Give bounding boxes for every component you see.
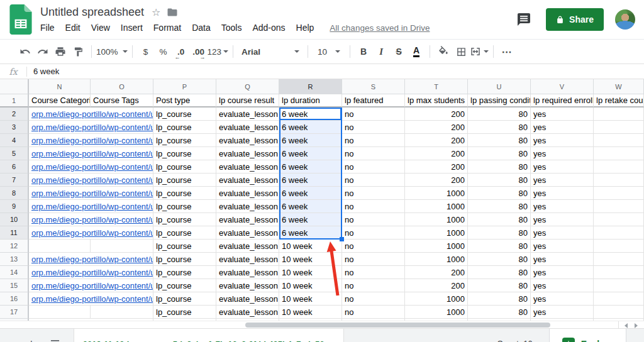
cell-S10[interactable]: no (342, 213, 405, 226)
cell-T13[interactable]: 1000 (405, 253, 468, 266)
cell-T12[interactable]: 1000 (405, 240, 468, 253)
row-header-15[interactable]: 15 (0, 279, 29, 292)
cell-P9[interactable]: lp_course (153, 200, 216, 213)
cell-link-N13[interactable]: orp.me/diego-portillo/wp-content/up (29, 253, 153, 266)
cell-V11[interactable]: yes (531, 226, 594, 240)
column-header-S[interactable]: S (342, 79, 405, 94)
row-header-16[interactable]: 16 (0, 292, 29, 306)
column-header-U[interactable]: U (468, 79, 531, 94)
strikethrough-button[interactable]: S (390, 43, 408, 60)
sheets-logo-icon[interactable] (9, 4, 33, 35)
cell-U14[interactable]: 80 (468, 266, 531, 279)
row-header-13[interactable]: 13 (0, 253, 29, 266)
grid-corner[interactable] (0, 79, 29, 94)
column-header-V[interactable]: V (531, 79, 594, 94)
row-header-8[interactable]: 8 (0, 187, 29, 200)
star-icon[interactable]: ☆ (152, 6, 160, 18)
cell-W2[interactable] (594, 108, 644, 121)
cell-link-N7[interactable]: orp.me/diego-portillo/wp-content/up (29, 174, 153, 187)
bold-button[interactable]: B (355, 43, 372, 60)
formula-input[interactable]: 6 week (27, 67, 59, 76)
cell-header-V[interactable]: lp required enroll (531, 94, 594, 108)
cell-header-W[interactable]: lp retake cour (594, 94, 644, 108)
cell-P3[interactable]: lp_course (153, 121, 216, 134)
menu-view[interactable]: View (91, 23, 110, 33)
cell-S16[interactable]: no (342, 292, 405, 306)
format-currency-button[interactable]: $ (137, 43, 155, 60)
scrollbar-thumb[interactable] (245, 323, 550, 328)
cell-header-T[interactable]: lp max students (405, 94, 468, 108)
cell-U6[interactable]: 80 (468, 160, 531, 174)
cell-T10[interactable]: 1000 (405, 213, 468, 226)
cell-W10[interactable] (594, 213, 644, 226)
more-formats-button[interactable]: 123 (208, 43, 229, 60)
cell-V16[interactable]: yes (531, 292, 594, 306)
cell-Q14[interactable]: evaluate_lesson (216, 266, 279, 279)
cell-U9[interactable]: 80 (468, 200, 531, 213)
menu-tools[interactable]: Tools (221, 23, 242, 33)
cell-R17[interactable]: 10 week (279, 306, 342, 319)
save-status-link[interactable]: All changes saved in Drive (330, 23, 430, 33)
menu-addons[interactable]: Add-ons (252, 23, 285, 33)
cell-T16[interactable]: 1000 (405, 292, 468, 306)
cell-U3[interactable]: 80 (468, 121, 531, 134)
cell-U8[interactable]: 80 (468, 187, 531, 200)
cell-Q6[interactable]: evaluate_lesson (216, 160, 279, 174)
cell-header-R[interactable]: lp duration (279, 94, 342, 108)
cell-V13[interactable]: yes (531, 253, 594, 266)
paint-format-icon[interactable] (69, 43, 87, 60)
increase-decimal-button[interactable]: .00→ (190, 43, 208, 60)
cell-R3[interactable]: 6 week (279, 121, 342, 134)
zoom-select[interactable]: 100% (96, 43, 128, 60)
cell-O17[interactable] (91, 306, 153, 319)
cell-W16[interactable] (594, 292, 644, 306)
cell-V17[interactable]: yes (531, 306, 594, 319)
merge-cells-icon[interactable] (470, 43, 489, 60)
cell-T7[interactable]: 200 (405, 174, 468, 187)
cell-V2[interactable]: yes (531, 108, 594, 121)
cell-N12[interactable] (29, 240, 91, 253)
cell-R15[interactable]: 10 week (279, 279, 342, 292)
cell-W17[interactable] (594, 306, 644, 319)
cell-S6[interactable]: no (342, 160, 405, 174)
menu-data[interactable]: Data (192, 23, 211, 33)
cell-R9[interactable]: 6 week (279, 200, 342, 213)
cell-O12[interactable] (91, 240, 153, 253)
cell-T3[interactable]: 200 (405, 121, 468, 134)
cell-W6[interactable] (594, 160, 644, 174)
cell-W5[interactable] (594, 147, 644, 160)
cell-W9[interactable] (594, 200, 644, 213)
cell-V7[interactable]: yes (531, 174, 594, 187)
fill-color-icon[interactable] (435, 43, 452, 60)
cell-R14[interactable]: 10 week (279, 266, 342, 279)
cell-W13[interactable] (594, 253, 644, 266)
cell-P13[interactable]: lp_course (153, 253, 216, 266)
column-header-P[interactable]: P (153, 79, 216, 94)
cell-link-N14[interactable]: orp.me/diego-portillo/wp-content/up (29, 266, 153, 279)
cell-T2[interactable]: 200 (405, 108, 468, 121)
cell-T15[interactable]: 200 (405, 279, 468, 292)
cell-U17[interactable]: 80 (468, 306, 531, 319)
cell-P7[interactable]: lp_course (153, 174, 216, 187)
cell-S2[interactable]: no (342, 108, 405, 121)
scroll-left-icon[interactable] (625, 323, 628, 328)
cell-R11[interactable]: 6 week (279, 226, 342, 240)
cell-S7[interactable]: no (342, 174, 405, 187)
cell-link-N16[interactable]: orp.me/diego-portillo/wp-content/up (29, 292, 153, 306)
font-size-select[interactable]: 10 (313, 43, 345, 60)
row-header-5[interactable]: 5 (0, 147, 29, 160)
document-title[interactable]: Untitled spreadsheet (40, 6, 144, 19)
cell-S17[interactable]: no (342, 306, 405, 319)
cell-link-N3[interactable]: orp.me/diego-portillo/wp-content/up (29, 121, 153, 134)
italic-button[interactable]: I (372, 43, 390, 60)
cell-T6[interactable]: 200 (405, 160, 468, 174)
cell-U10[interactable]: 80 (468, 213, 531, 226)
explore-button[interactable]: Explore (549, 329, 626, 342)
cell-link-N9[interactable]: orp.me/diego-portillo/wp-content/up (29, 200, 153, 213)
cell-Q5[interactable]: evaluate_lesson (216, 147, 279, 160)
cell-R13[interactable]: 10 week (279, 253, 342, 266)
folder-icon[interactable] (167, 8, 178, 17)
cell-P5[interactable]: lp_course (153, 147, 216, 160)
cell-header-S[interactable]: lp featured (342, 94, 405, 108)
avatar[interactable] (615, 9, 635, 30)
